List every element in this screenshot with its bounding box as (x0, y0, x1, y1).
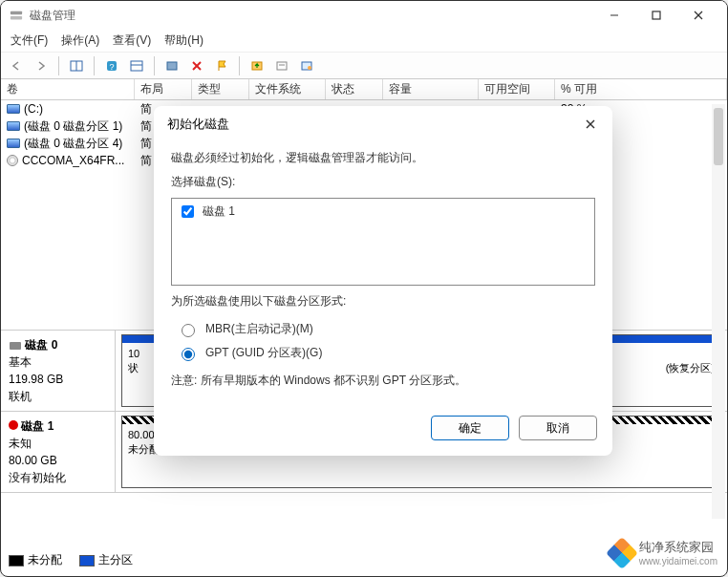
disk-checkbox-item[interactable]: 磁盘 1 (178, 203, 589, 221)
ok-button[interactable]: 确定 (431, 416, 509, 440)
toolbar-panes-icon[interactable] (67, 56, 86, 75)
toolbar-view-icon[interactable] (127, 56, 146, 75)
help-icon[interactable]: ? (102, 56, 121, 75)
col-status[interactable]: 状态 (326, 79, 383, 99)
delete-icon[interactable] (187, 56, 206, 75)
volume-list-header: 卷 布局 类型 文件系统 状态 容量 可用空间 % 可用 (1, 79, 727, 100)
svg-rect-20 (10, 342, 21, 350)
initialize-disk-dialog: 初始化磁盘 磁盘必须经过初始化，逻辑磁盘管理器才能访问。 选择磁盘(S): 磁盘… (154, 106, 612, 456)
volume-icon (7, 121, 20, 131)
col-freespace[interactable]: 可用空间 (479, 79, 555, 99)
svg-rect-3 (653, 11, 660, 19)
dialog-note: 注意: 所有早期版本的 Windows 都不识别 GPT 分区形式。 (171, 373, 595, 389)
disk-management-window: 磁盘管理 文件(F) 操作(A) 查看(V) 帮助(H) ? 卷 布局 类 (0, 0, 728, 577)
disk-info: 119.98 GB (9, 371, 107, 388)
svg-rect-1 (11, 16, 22, 20)
menubar: 文件(F) 操作(A) 查看(V) 帮助(H) (1, 30, 727, 53)
dialog-close-button[interactable] (582, 116, 599, 133)
mbr-radio-option[interactable]: MBR(主启动记录)(M) (177, 317, 595, 341)
volume-icon (7, 104, 20, 114)
dialog-style-label: 为所选磁盘使用以下磁盘分区形式: (171, 293, 595, 310)
col-layout[interactable]: 布局 (135, 79, 192, 99)
minimize-button[interactable] (593, 1, 635, 30)
gpt-label: GPT (GUID 分区表)(G) (205, 345, 322, 361)
watermark-name: 纯净系统家园 (639, 539, 717, 556)
legend-label: 未分配 (28, 553, 62, 566)
col-volume[interactable]: 卷 (1, 79, 135, 99)
toolbar-extra1-icon[interactable] (247, 56, 267, 75)
menu-view[interactable]: 查看(V) (113, 32, 151, 49)
maximize-button[interactable] (635, 1, 677, 30)
cell-volume: (磁盘 0 磁盘分区 4) (24, 136, 122, 152)
col-capacity[interactable]: 容量 (383, 79, 479, 99)
dialog-intro: 磁盘必须经过初始化，逻辑磁盘管理器才能访问。 (171, 150, 595, 166)
cell-volume: CCCOMA_X64FR... (22, 154, 124, 167)
disk-info: 联机 (9, 388, 107, 405)
volume-icon (7, 139, 20, 148)
col-type[interactable]: 类型 (192, 79, 249, 99)
svg-rect-10 (131, 61, 142, 71)
menu-file[interactable]: 文件(F) (11, 32, 48, 49)
svg-rect-12 (167, 62, 177, 70)
cancel-button[interactable]: 取消 (519, 416, 597, 440)
partition-style-radio-group: MBR(主启动记录)(M) GPT (GUID 分区表)(G) (177, 317, 595, 365)
svg-text:?: ? (109, 62, 114, 72)
col-filesystem[interactable]: 文件系统 (249, 79, 326, 99)
disk-label[interactable]: 磁盘 1 未知 80.00 GB 没有初始化 (1, 412, 116, 492)
toolbar-extra2-icon[interactable] (272, 56, 291, 75)
cell-volume: (C:) (24, 102, 43, 116)
disk-info: 基本 (9, 353, 107, 371)
mbr-radio[interactable] (182, 324, 195, 337)
disk-name: 磁盘 0 (25, 338, 57, 352)
disk-item-label: 磁盘 1 (203, 203, 235, 220)
cell-volume: (磁盘 0 磁盘分区 1) (24, 118, 122, 135)
gpt-radio[interactable] (182, 348, 195, 361)
dialog-title: 初始化磁盘 (167, 116, 229, 133)
dialog-select-label: 选择磁盘(S): (171, 174, 595, 190)
refresh-icon[interactable] (162, 56, 182, 75)
legend: 未分配 主分区 (9, 550, 133, 570)
titlebar: 磁盘管理 (1, 1, 727, 30)
mbr-label: MBR(主启动记录)(M) (205, 321, 313, 337)
menu-action[interactable]: 操作(A) (61, 32, 99, 49)
svg-point-19 (308, 66, 311, 70)
disk-checkbox[interactable] (182, 205, 194, 218)
close-button[interactable] (677, 1, 719, 30)
back-icon[interactable] (7, 56, 26, 75)
disk-info: 80.00 GB (9, 452, 107, 469)
gpt-radio-option[interactable]: GPT (GUID 分区表)(G) (177, 341, 595, 365)
col-percentfree[interactable]: % 可用 (555, 79, 727, 99)
menu-help[interactable]: 帮助(H) (164, 32, 203, 49)
watermark-url: www.yidaimei.com (639, 556, 717, 566)
legend-swatch-primary (79, 555, 95, 566)
svg-rect-0 (11, 11, 22, 15)
legend-label: 主分区 (98, 553, 133, 566)
flag-icon[interactable] (212, 56, 231, 75)
toolbar: ? (1, 53, 727, 79)
cd-icon (7, 155, 18, 166)
window-title: 磁盘管理 (30, 8, 593, 24)
disk-select-list[interactable]: 磁盘 1 (171, 198, 595, 286)
app-icon (9, 8, 24, 23)
disk-info: 没有初始化 (9, 469, 107, 486)
legend-swatch-unallocated (9, 555, 24, 566)
forward-icon[interactable] (32, 56, 51, 75)
watermark-logo-icon (606, 537, 638, 569)
disk-name: 磁盘 1 (21, 419, 54, 433)
window-controls (593, 1, 719, 30)
disk-label[interactable]: 磁盘 0 基本 119.98 GB 联机 (1, 331, 116, 411)
vertical-scrollbar[interactable] (712, 104, 725, 519)
disk-info: 未知 (9, 435, 107, 452)
svg-rect-16 (277, 62, 287, 70)
toolbar-extra3-icon[interactable] (297, 56, 316, 75)
status-dot-icon (9, 420, 18, 430)
watermark: 纯净系统家园 www.yidaimei.com (610, 539, 717, 566)
